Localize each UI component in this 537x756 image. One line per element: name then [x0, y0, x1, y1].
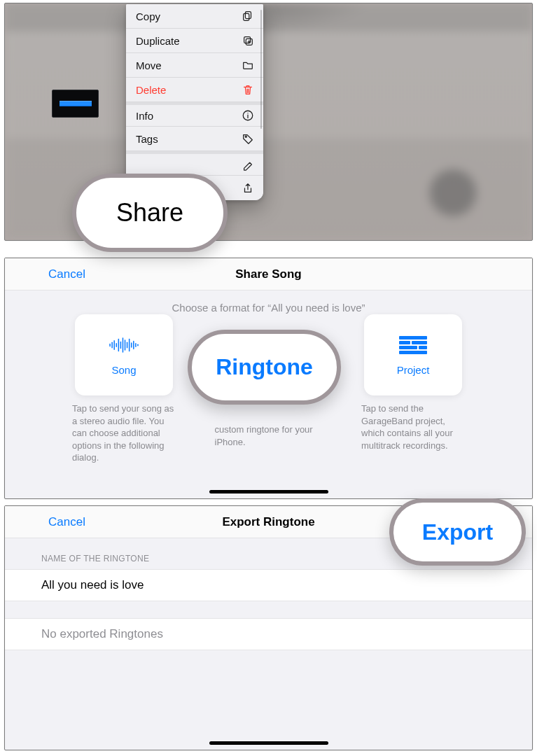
tracks-icon	[397, 335, 429, 356]
ringtone-name-field[interactable]: All you need is love	[5, 569, 532, 601]
menu-item-label: Move	[136, 59, 162, 71]
home-indicator[interactable]	[209, 741, 328, 745]
format-label: Project	[397, 364, 430, 376]
format-tile: Project	[364, 314, 462, 396]
callout-export: Export	[389, 498, 526, 566]
cancel-button[interactable]: Cancel	[48, 258, 85, 290]
trash-icon	[242, 83, 254, 96]
info-icon	[242, 109, 254, 122]
copy-icon	[242, 10, 254, 22]
svg-rect-22	[412, 341, 427, 344]
scroll-indicator	[260, 10, 262, 129]
menu-item-copy[interactable]: Copy	[126, 4, 263, 29]
callout-label: Export	[422, 519, 493, 545]
menu-item-label: Tags	[136, 133, 158, 145]
format-desc: custom ringtone for your iPhone.	[215, 424, 319, 448]
page-title: Share Song	[235, 267, 301, 281]
svg-point-5	[245, 136, 246, 137]
format-label: Song	[111, 364, 136, 376]
waveform-icon	[108, 335, 140, 356]
callout-label: Share	[116, 198, 183, 227]
format-desc: Tap to send your song as a stereo audio …	[72, 402, 176, 464]
svg-rect-21	[399, 341, 410, 344]
format-card-project[interactable]: Project Tap to send the GarageBand proje…	[364, 314, 462, 464]
project-thumbnail[interactable]	[52, 90, 99, 118]
menu-item-label: Info	[136, 110, 153, 122]
empty-state-label: No exported Ringtones	[41, 627, 163, 640]
folder-icon	[242, 59, 254, 71]
home-indicator[interactable]	[209, 490, 328, 493]
callout-ringtone: Ringtone	[188, 330, 341, 405]
menu-item-label: Copy	[136, 10, 160, 22]
menu-item-tags[interactable]: Tags	[126, 127, 263, 151]
menu-item-duplicate[interactable]: Duplicate	[126, 29, 263, 53]
menu-item-move[interactable]: Move	[126, 53, 263, 78]
menu-item-label: Delete	[136, 84, 166, 96]
svg-rect-20	[399, 336, 427, 340]
menu-item-delete[interactable]: Delete	[126, 78, 263, 102]
format-desc: Tap to send the GarageBand project, whic…	[361, 402, 465, 451]
svg-rect-0	[245, 12, 251, 19]
cancel-label: Cancel	[48, 515, 85, 529]
format-card-song[interactable]: Song Tap to send your song as a stereo a…	[75, 314, 173, 464]
pencil-icon	[242, 158, 254, 171]
share-icon	[242, 182, 254, 195]
format-tile: Song	[75, 314, 173, 396]
page-title: Export Ringtone	[222, 515, 314, 529]
svg-rect-25	[399, 351, 427, 354]
menu-item-rename[interactable]	[126, 151, 263, 176]
menu-item-label: Duplicate	[136, 35, 180, 47]
callout-share: Share	[72, 174, 228, 252]
cancel-label: Cancel	[48, 267, 85, 281]
tag-icon	[242, 132, 254, 145]
menu-item-info[interactable]: Info	[126, 102, 263, 127]
duplicate-icon	[242, 34, 254, 47]
waveform-icon	[60, 101, 92, 106]
svg-rect-24	[419, 346, 427, 349]
cancel-button[interactable]: Cancel	[48, 506, 85, 538]
callout-label: Ringtone	[216, 354, 313, 380]
context-menu: Copy Duplicate Move Delete Info	[126, 4, 263, 200]
ringtone-name-value: All you need is love	[41, 578, 144, 592]
exported-ringtones-empty: No exported Ringtones	[5, 618, 532, 650]
format-prompt: Choose a format for “All you need is lov…	[5, 302, 532, 314]
share-song-navbar: Cancel Share Song	[5, 258, 532, 290]
svg-rect-1	[244, 13, 249, 20]
svg-rect-23	[399, 346, 417, 349]
